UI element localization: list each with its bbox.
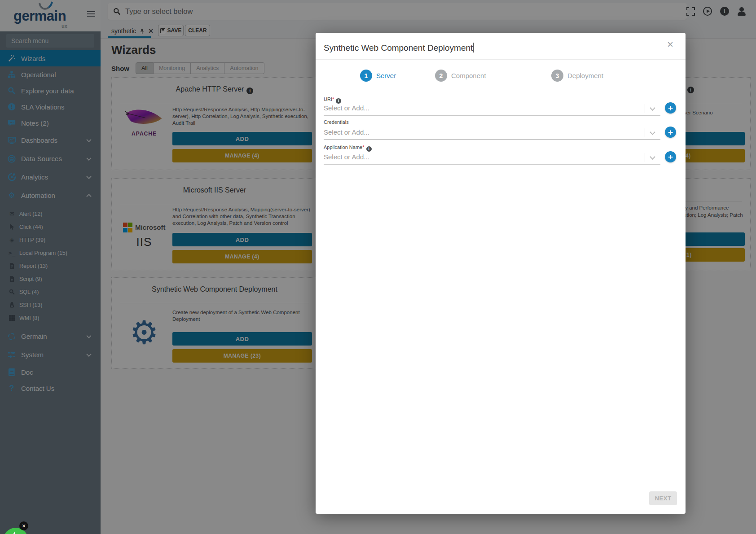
- info-icon[interactable]: i: [366, 146, 372, 152]
- add-uri-button[interactable]: +: [665, 102, 676, 114]
- step-server[interactable]: 1 Server: [360, 70, 396, 82]
- feedback-close-icon[interactable]: ✕: [19, 521, 28, 530]
- add-credentials-button[interactable]: +: [665, 127, 676, 138]
- chevron-down-icon[interactable]: [650, 105, 655, 111]
- close-icon[interactable]: ×: [667, 39, 673, 50]
- chevron-down-icon[interactable]: [650, 154, 655, 160]
- credentials-field: [324, 127, 660, 140]
- step-label: Server: [376, 72, 396, 79]
- dropdown-separator: [645, 128, 645, 137]
- dropdown-separator: [645, 104, 645, 113]
- step-number: 2: [435, 70, 447, 82]
- step-label: Component: [451, 72, 486, 79]
- required-asterisk: *: [362, 144, 364, 150]
- uri-input[interactable]: [324, 102, 611, 112]
- synthetic-web-component-deployment-modal: Synthetic Web Component Deployment × 1 S…: [316, 33, 686, 514]
- step-number: 1: [360, 70, 372, 82]
- step-deployment[interactable]: 3 Deployment: [551, 70, 603, 82]
- application-name-input[interactable]: [324, 151, 611, 161]
- divider: [316, 59, 686, 60]
- step-component[interactable]: 2 Component: [435, 70, 486, 82]
- chevron-down-icon[interactable]: [650, 129, 655, 135]
- required-asterisk: *: [332, 96, 334, 102]
- step-number: 3: [551, 70, 563, 82]
- credentials-input[interactable]: [324, 127, 611, 136]
- step-label: Deployment: [567, 72, 603, 79]
- application-name-label: Application Name*i: [324, 144, 372, 152]
- application-name-field: [324, 151, 660, 165]
- dropdown-separator: [645, 153, 645, 162]
- credentials-label: Credentials: [324, 119, 349, 125]
- next-button[interactable]: NEXT: [649, 491, 677, 505]
- add-application-name-button[interactable]: +: [665, 151, 676, 162]
- uri-field: [324, 102, 660, 116]
- text-cursor: [473, 43, 474, 53]
- modal-title: Synthetic Web Component Deployment: [324, 43, 474, 53]
- pulse-icon: [9, 531, 22, 534]
